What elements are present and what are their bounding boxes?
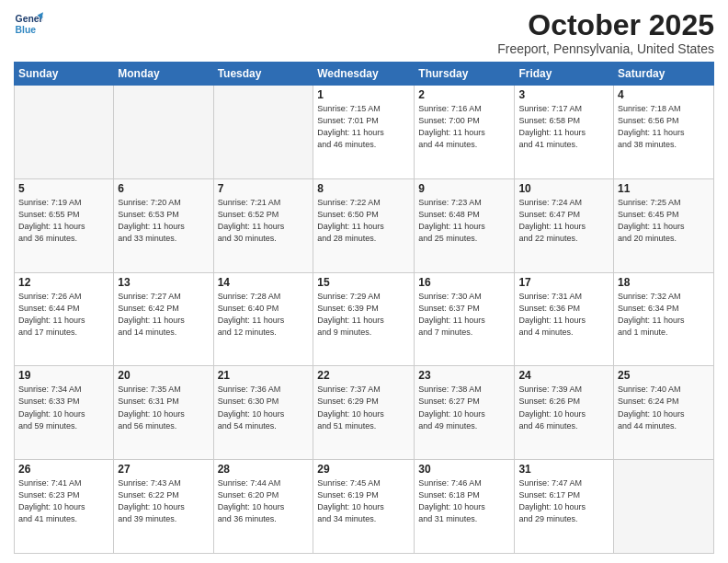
day-info: Sunrise: 7:44 AM Sunset: 6:20 PM Dayligh… bbox=[218, 477, 310, 525]
day-info: Sunrise: 7:19 AM Sunset: 6:55 PM Dayligh… bbox=[18, 197, 109, 245]
day-number: 22 bbox=[317, 369, 410, 382]
day-number: 13 bbox=[118, 276, 209, 289]
calendar-cell: 14Sunrise: 7:28 AM Sunset: 6:40 PM Dayli… bbox=[213, 272, 313, 366]
calendar-cell: 16Sunrise: 7:30 AM Sunset: 6:37 PM Dayli… bbox=[415, 272, 515, 366]
calendar-cell: 28Sunrise: 7:44 AM Sunset: 6:20 PM Dayli… bbox=[213, 460, 313, 554]
day-number: 9 bbox=[418, 182, 510, 195]
calendar-cell bbox=[114, 86, 213, 179]
calendar-cell: 26Sunrise: 7:41 AM Sunset: 6:23 PM Dayli… bbox=[15, 460, 114, 554]
calendar-cell bbox=[213, 86, 313, 179]
day-number: 11 bbox=[618, 182, 710, 195]
day-info: Sunrise: 7:35 AM Sunset: 6:31 PM Dayligh… bbox=[118, 384, 209, 431]
day-info: Sunrise: 7:28 AM Sunset: 6:40 PM Dayligh… bbox=[218, 291, 310, 339]
calendar-cell: 11Sunrise: 7:25 AM Sunset: 6:45 PM Dayli… bbox=[614, 178, 714, 272]
calendar-cell: 12Sunrise: 7:26 AM Sunset: 6:44 PM Dayli… bbox=[15, 272, 114, 366]
weekday-header-tuesday: Tuesday bbox=[213, 63, 313, 86]
day-info: Sunrise: 7:32 AM Sunset: 6:34 PM Dayligh… bbox=[618, 291, 710, 339]
day-info: Sunrise: 7:40 AM Sunset: 6:24 PM Dayligh… bbox=[618, 384, 710, 431]
calendar-cell bbox=[15, 86, 114, 179]
day-number: 6 bbox=[118, 182, 209, 195]
calendar-cell: 30Sunrise: 7:46 AM Sunset: 6:18 PM Dayli… bbox=[415, 460, 515, 554]
day-info: Sunrise: 7:37 AM Sunset: 6:29 PM Dayligh… bbox=[317, 384, 410, 431]
day-info: Sunrise: 7:30 AM Sunset: 6:37 PM Dayligh… bbox=[418, 291, 510, 339]
day-number: 19 bbox=[18, 369, 109, 382]
day-info: Sunrise: 7:27 AM Sunset: 6:42 PM Dayligh… bbox=[118, 291, 209, 339]
day-number: 15 bbox=[317, 276, 410, 289]
day-info: Sunrise: 7:16 AM Sunset: 7:00 PM Dayligh… bbox=[418, 103, 510, 151]
day-info: Sunrise: 7:34 AM Sunset: 6:33 PM Dayligh… bbox=[18, 384, 109, 431]
calendar-cell: 29Sunrise: 7:45 AM Sunset: 6:19 PM Dayli… bbox=[313, 460, 415, 554]
day-info: Sunrise: 7:22 AM Sunset: 6:50 PM Dayligh… bbox=[317, 197, 410, 245]
day-info: Sunrise: 7:41 AM Sunset: 6:23 PM Dayligh… bbox=[18, 477, 109, 525]
calendar-cell: 17Sunrise: 7:31 AM Sunset: 6:36 PM Dayli… bbox=[515, 272, 614, 366]
day-info: Sunrise: 7:20 AM Sunset: 6:53 PM Dayligh… bbox=[118, 197, 209, 245]
day-number: 17 bbox=[518, 276, 609, 289]
day-info: Sunrise: 7:43 AM Sunset: 6:22 PM Dayligh… bbox=[118, 477, 209, 525]
day-info: Sunrise: 7:29 AM Sunset: 6:39 PM Dayligh… bbox=[317, 291, 410, 339]
calendar-cell: 23Sunrise: 7:38 AM Sunset: 6:27 PM Dayli… bbox=[415, 366, 515, 460]
calendar-cell: 22Sunrise: 7:37 AM Sunset: 6:29 PM Dayli… bbox=[313, 366, 415, 460]
day-number: 18 bbox=[618, 276, 710, 289]
day-info: Sunrise: 7:21 AM Sunset: 6:52 PM Dayligh… bbox=[218, 197, 310, 245]
calendar-cell: 25Sunrise: 7:40 AM Sunset: 6:24 PM Dayli… bbox=[614, 366, 714, 460]
day-number: 1 bbox=[317, 88, 410, 101]
day-number: 16 bbox=[418, 276, 510, 289]
day-number: 24 bbox=[518, 369, 609, 382]
header: General Blue October 2025 Freeport, Penn… bbox=[14, 9, 714, 56]
calendar-cell: 20Sunrise: 7:35 AM Sunset: 6:31 PM Dayli… bbox=[114, 366, 213, 460]
day-info: Sunrise: 7:18 AM Sunset: 6:56 PM Dayligh… bbox=[618, 103, 710, 151]
day-number: 14 bbox=[218, 276, 310, 289]
page: General Blue October 2025 Freeport, Penn… bbox=[0, 0, 728, 563]
calendar-cell bbox=[614, 460, 714, 554]
location-subtitle: Freeport, Pennsylvania, United States bbox=[497, 41, 714, 56]
day-info: Sunrise: 7:24 AM Sunset: 6:47 PM Dayligh… bbox=[518, 197, 609, 245]
logo-icon: General Blue bbox=[14, 9, 43, 39]
calendar-week-1: 1Sunrise: 7:15 AM Sunset: 7:01 PM Daylig… bbox=[15, 86, 714, 179]
calendar-cell: 4Sunrise: 7:18 AM Sunset: 6:56 PM Daylig… bbox=[614, 86, 714, 179]
day-info: Sunrise: 7:46 AM Sunset: 6:18 PM Dayligh… bbox=[418, 477, 510, 525]
day-info: Sunrise: 7:31 AM Sunset: 6:36 PM Dayligh… bbox=[518, 291, 609, 339]
day-number: 28 bbox=[218, 463, 310, 476]
day-info: Sunrise: 7:26 AM Sunset: 6:44 PM Dayligh… bbox=[18, 291, 109, 339]
calendar-cell: 7Sunrise: 7:21 AM Sunset: 6:52 PM Daylig… bbox=[213, 178, 313, 272]
calendar-cell: 21Sunrise: 7:36 AM Sunset: 6:30 PM Dayli… bbox=[213, 366, 313, 460]
calendar-week-3: 12Sunrise: 7:26 AM Sunset: 6:44 PM Dayli… bbox=[15, 272, 714, 366]
day-number: 20 bbox=[118, 369, 209, 382]
day-info: Sunrise: 7:17 AM Sunset: 6:58 PM Dayligh… bbox=[518, 103, 609, 151]
day-info: Sunrise: 7:47 AM Sunset: 6:17 PM Dayligh… bbox=[518, 477, 609, 525]
svg-text:Blue: Blue bbox=[16, 25, 37, 35]
day-info: Sunrise: 7:25 AM Sunset: 6:45 PM Dayligh… bbox=[618, 197, 710, 245]
weekday-header-saturday: Saturday bbox=[614, 63, 714, 86]
calendar-cell: 3Sunrise: 7:17 AM Sunset: 6:58 PM Daylig… bbox=[515, 86, 614, 179]
day-number: 25 bbox=[618, 369, 710, 382]
weekday-header-friday: Friday bbox=[515, 63, 614, 86]
calendar-cell: 1Sunrise: 7:15 AM Sunset: 7:01 PM Daylig… bbox=[313, 86, 415, 179]
calendar-cell: 18Sunrise: 7:32 AM Sunset: 6:34 PM Dayli… bbox=[614, 272, 714, 366]
day-info: Sunrise: 7:15 AM Sunset: 7:01 PM Dayligh… bbox=[317, 103, 410, 151]
day-number: 27 bbox=[118, 463, 209, 476]
day-info: Sunrise: 7:45 AM Sunset: 6:19 PM Dayligh… bbox=[317, 477, 410, 525]
calendar-cell: 5Sunrise: 7:19 AM Sunset: 6:55 PM Daylig… bbox=[15, 178, 114, 272]
day-info: Sunrise: 7:23 AM Sunset: 6:48 PM Dayligh… bbox=[418, 197, 510, 245]
calendar-week-4: 19Sunrise: 7:34 AM Sunset: 6:33 PM Dayli… bbox=[15, 366, 714, 460]
calendar-cell: 13Sunrise: 7:27 AM Sunset: 6:42 PM Dayli… bbox=[114, 272, 213, 366]
day-info: Sunrise: 7:36 AM Sunset: 6:30 PM Dayligh… bbox=[218, 384, 310, 431]
day-number: 3 bbox=[518, 88, 609, 101]
day-info: Sunrise: 7:38 AM Sunset: 6:27 PM Dayligh… bbox=[418, 384, 510, 431]
day-number: 26 bbox=[18, 463, 109, 476]
calendar-cell: 27Sunrise: 7:43 AM Sunset: 6:22 PM Dayli… bbox=[114, 460, 213, 554]
calendar-cell: 2Sunrise: 7:16 AM Sunset: 7:00 PM Daylig… bbox=[415, 86, 515, 179]
day-number: 21 bbox=[218, 369, 310, 382]
logo: General Blue bbox=[14, 9, 43, 39]
day-number: 5 bbox=[18, 182, 109, 195]
day-number: 31 bbox=[518, 463, 609, 476]
day-number: 12 bbox=[18, 276, 109, 289]
calendar-cell: 24Sunrise: 7:39 AM Sunset: 6:26 PM Dayli… bbox=[515, 366, 614, 460]
weekday-header-wednesday: Wednesday bbox=[313, 63, 415, 86]
day-number: 29 bbox=[317, 463, 410, 476]
day-number: 23 bbox=[418, 369, 510, 382]
month-title: October 2025 bbox=[497, 9, 714, 41]
calendar-cell: 10Sunrise: 7:24 AM Sunset: 6:47 PM Dayli… bbox=[515, 178, 614, 272]
calendar-week-2: 5Sunrise: 7:19 AM Sunset: 6:55 PM Daylig… bbox=[15, 178, 714, 272]
weekday-header-thursday: Thursday bbox=[415, 63, 515, 86]
